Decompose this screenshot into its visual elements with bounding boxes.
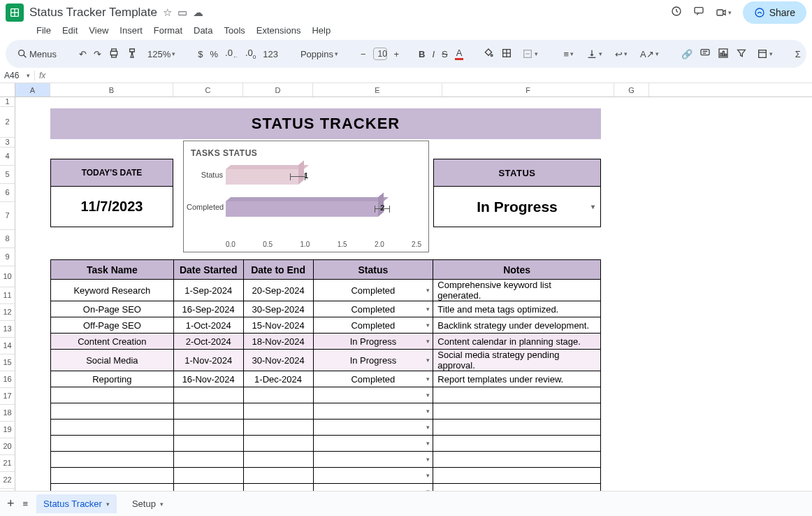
col-header-F[interactable]: F: [442, 83, 614, 96]
menu-edit[interactable]: Edit: [58, 24, 82, 37]
cell-status[interactable]: In Progress▾: [313, 350, 433, 371]
table-row[interactable]: Content Creation2-Oct-202418-Nov-2024In …: [51, 334, 601, 350]
cell-task[interactable]: Keyword Research: [51, 280, 174, 301]
cell-task[interactable]: Reporting: [51, 371, 174, 387]
cell-notes[interactable]: Title and meta tags optimized.: [433, 301, 601, 317]
tasks-status-chart[interactable]: TASKS STATUS Status 1 Completed 2 0.00.5…: [183, 141, 429, 252]
cell-task[interactable]: On-Page SEO: [51, 301, 174, 317]
tab-setup[interactable]: Setup ▾: [125, 494, 171, 513]
row-header-19[interactable]: 19: [0, 422, 15, 438]
row-header-17[interactable]: 17: [0, 388, 15, 405]
row-header-5[interactable]: 5: [0, 166, 15, 184]
sheets-logo[interactable]: [6, 3, 24, 22]
document-title[interactable]: Status Tracker Template: [29, 6, 157, 20]
col-header-A[interactable]: A: [15, 83, 50, 96]
cell-status[interactable]: Completed▾: [313, 301, 433, 317]
h-align-button[interactable]: ≡ ▾: [560, 48, 577, 61]
zoom-dropdown[interactable]: 125% ▾: [145, 48, 178, 61]
share-button[interactable]: Share: [743, 1, 806, 24]
row-header-21[interactable]: 21: [0, 455, 15, 472]
meet-icon[interactable]: ▾: [716, 7, 732, 18]
menu-format[interactable]: Format: [150, 24, 187, 37]
row-header-22[interactable]: 22: [0, 472, 15, 489]
currency-button[interactable]: $: [198, 49, 203, 59]
decrease-decimal-button[interactable]: .0←: [225, 48, 238, 60]
table-row[interactable]: Off-Page SEO1-Oct-202415-Nov-2024Complet…: [51, 317, 601, 334]
borders-button[interactable]: [501, 48, 512, 61]
cell-notes[interactable]: Comprehensive keyword list generated.: [433, 280, 601, 301]
filter-button[interactable]: [736, 48, 747, 61]
history-icon[interactable]: [671, 6, 682, 20]
cell-notes[interactable]: Social media strategy pending approval.: [433, 350, 601, 371]
cell-start[interactable]: 1-Oct-2024: [173, 317, 243, 334]
row-header-1[interactable]: 1: [0, 97, 15, 107]
cell-task[interactable]: Social Media: [51, 350, 174, 371]
row-header-6[interactable]: 6: [0, 184, 15, 202]
row-header-4[interactable]: 4: [0, 148, 15, 166]
cell-notes[interactable]: Backlink strategy under development.: [433, 317, 601, 334]
row-header-20[interactable]: 20: [0, 438, 15, 455]
table-row[interactable]: ▾: [51, 420, 601, 436]
row-header-15[interactable]: 15: [0, 354, 15, 371]
menu-extensions[interactable]: Extensions: [252, 24, 305, 37]
cell-task[interactable]: Content Creation: [51, 334, 174, 350]
table-row[interactable]: Reporting16-Nov-20241-Dec-2024Completed▾…: [51, 371, 601, 387]
table-row[interactable]: ▾: [51, 387, 601, 403]
table-row[interactable]: ▾: [51, 436, 601, 452]
cell-task[interactable]: Off-Page SEO: [51, 317, 174, 334]
table-row[interactable]: ▾: [51, 452, 601, 468]
print-button[interactable]: [108, 48, 119, 61]
cell-start[interactable]: 16-Nov-2024: [173, 371, 243, 387]
row-header-2[interactable]: 2: [0, 107, 15, 138]
overall-status-value[interactable]: In Progress ▾: [433, 187, 601, 227]
cell-notes[interactable]: Content calendar in planning stage.: [433, 334, 601, 350]
undo-button[interactable]: ↶: [79, 49, 87, 59]
redo-button[interactable]: ↷: [94, 49, 101, 59]
decrease-font-button[interactable]: −: [361, 49, 366, 59]
cell-status[interactable]: Completed▾: [313, 317, 433, 334]
row-header-16[interactable]: 16: [0, 371, 15, 388]
cell-end[interactable]: 30-Nov-2024: [243, 350, 313, 371]
font-dropdown[interactable]: Poppins ▾: [298, 48, 341, 61]
col-header-D[interactable]: D: [243, 83, 313, 96]
cell-notes[interactable]: Report templates under review.: [433, 371, 601, 387]
select-all[interactable]: [0, 83, 15, 96]
cell-end[interactable]: 20-Sep-2024: [243, 280, 313, 301]
table-row[interactable]: ▾: [51, 403, 601, 420]
row-header-8[interactable]: 8: [0, 230, 15, 248]
cell-end[interactable]: 1-Dec-2024: [243, 371, 313, 387]
row-header-10[interactable]: 10: [0, 266, 15, 287]
cell-end[interactable]: 15-Nov-2024: [243, 317, 313, 334]
add-sheet-button[interactable]: +: [7, 496, 15, 511]
table-row[interactable]: ▾: [51, 468, 601, 484]
grid-canvas[interactable]: STATUS TRACKER TODAY'S DATE 11/7/2023 ST…: [15, 97, 812, 516]
merge-button[interactable]: ▾: [519, 47, 541, 61]
increase-decimal-button[interactable]: .00: [245, 48, 256, 60]
menu-view[interactable]: View: [85, 24, 113, 37]
comments-icon[interactable]: [693, 6, 704, 20]
cell-start[interactable]: 1-Sep-2024: [173, 280, 243, 301]
row-header-9[interactable]: 9: [0, 248, 15, 266]
row-header-3[interactable]: 3: [0, 138, 15, 148]
tab-status-tracker[interactable]: Status Tracker ▾: [36, 494, 117, 513]
fill-color-button[interactable]: [483, 48, 494, 61]
cell-start[interactable]: 1-Nov-2024: [173, 350, 243, 371]
functions-button[interactable]: Σ: [795, 49, 801, 59]
cell-start[interactable]: 2-Oct-2024: [173, 334, 243, 350]
bold-button[interactable]: B: [419, 49, 425, 59]
col-header-C[interactable]: C: [173, 83, 243, 96]
cell-status[interactable]: In Progress▾: [313, 334, 433, 350]
cell-status[interactable]: Completed▾: [313, 371, 433, 387]
col-header-E[interactable]: E: [313, 83, 442, 96]
row-header-14[interactable]: 14: [0, 338, 15, 354]
filter-views-button[interactable]: ▾: [754, 47, 776, 61]
cell-end[interactable]: 30-Sep-2024: [243, 301, 313, 317]
cell-status[interactable]: Completed▾: [313, 280, 433, 301]
move-icon[interactable]: ▭: [177, 6, 187, 19]
paint-format-button[interactable]: [126, 48, 138, 61]
text-color-button[interactable]: A: [455, 48, 464, 60]
name-box[interactable]: A46▾: [0, 71, 35, 80]
col-header-B[interactable]: B: [50, 83, 173, 96]
menu-tools[interactable]: Tools: [219, 24, 249, 37]
menu-file[interactable]: File: [32, 24, 55, 37]
